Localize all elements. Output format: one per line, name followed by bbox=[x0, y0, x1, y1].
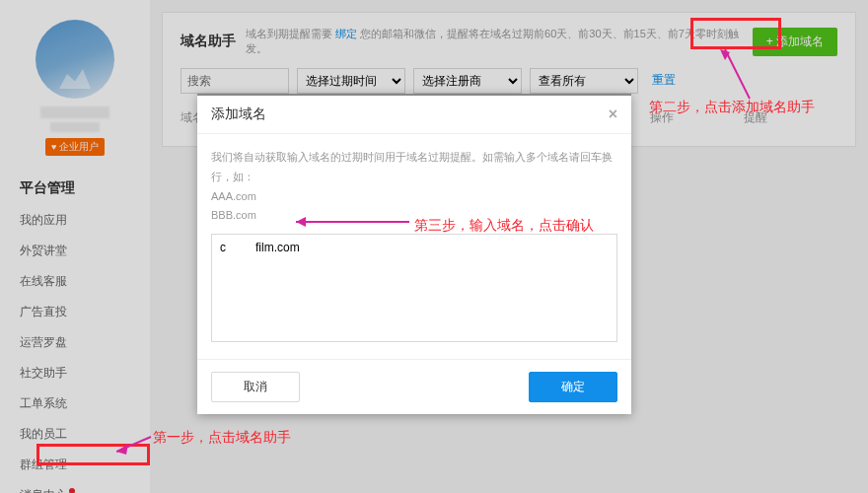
anno-arrow-step1 bbox=[116, 435, 156, 455]
modal-title: 添加域名 bbox=[211, 106, 266, 123]
domain-textarea[interactable] bbox=[211, 234, 617, 342]
anno-box-step2 bbox=[690, 18, 781, 49]
svg-line-0 bbox=[725, 49, 750, 99]
anno-arrow-step3 bbox=[296, 215, 414, 229]
ok-button[interactable]: 确定 bbox=[529, 372, 617, 402]
cancel-button[interactable]: 取消 bbox=[211, 372, 300, 402]
svg-marker-3 bbox=[296, 217, 306, 227]
close-icon[interactable]: × bbox=[609, 106, 617, 123]
anno-arrow-step2 bbox=[720, 49, 760, 104]
add-domain-modal: 添加域名 × 我们将自动获取输入域名的过期时间用于域名过期提醒。如需输入多个域名… bbox=[197, 94, 631, 414]
modal-description: 我们将自动获取输入域名的过期时间用于域名过期提醒。如需输入多个域名请回车换行，如… bbox=[211, 148, 617, 226]
svg-marker-5 bbox=[116, 444, 128, 455]
